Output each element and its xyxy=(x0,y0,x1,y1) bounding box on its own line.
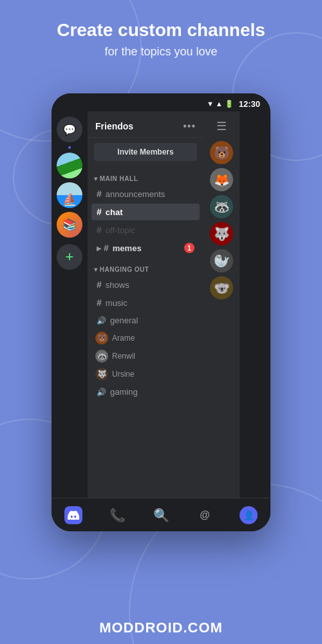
channel-name-off-topic: off-topic xyxy=(106,225,194,235)
memes-notification-badge: 1 xyxy=(184,243,194,253)
plus-icon: + xyxy=(66,249,74,265)
category-main-hall: ▾ MAIN HALL xyxy=(88,166,204,185)
category-hanging-out: ▾ HANGING OUT xyxy=(88,257,204,276)
hash-icon-shows: # xyxy=(97,279,102,290)
voice-member-arame[interactable]: 🐻 Arame xyxy=(91,330,200,346)
add-server-button[interactable]: + xyxy=(57,244,82,270)
channel-off-topic[interactable]: # off-topic xyxy=(91,222,200,238)
nav-home-button[interactable] xyxy=(59,501,88,529)
header-title: Create custom channels xyxy=(13,19,309,41)
channel-chat[interactable]: # chat xyxy=(91,204,200,220)
member-avatar-4[interactable]: 🐺 xyxy=(210,222,233,245)
member-avatar-2[interactable]: 🦊 xyxy=(210,168,233,191)
bottom-nav: 📞 🔍 @ 👤 xyxy=(52,498,270,531)
speaker-icon-gaming: 🔊 xyxy=(97,388,106,397)
channel-name-chat: chat xyxy=(106,207,194,217)
hash-icon-announcements: # xyxy=(97,189,102,199)
invite-members-button[interactable]: Invite Members xyxy=(94,143,197,161)
header-section: Create custom channels for the topics yo… xyxy=(0,0,322,71)
channel-name-memes: memes xyxy=(113,243,184,253)
channel-name-music: music xyxy=(106,298,194,308)
channel-name-announcements: announcements xyxy=(106,189,194,199)
dm-icon[interactable]: 💬 xyxy=(57,117,82,142)
channel-music[interactable]: # music xyxy=(91,294,200,311)
voice-member-renwil[interactable]: 🦝 Renwil xyxy=(91,348,200,365)
channel-arrow-memes: ▶ xyxy=(97,245,102,252)
channel-name-general: general xyxy=(110,316,194,325)
voice-member-ursine[interactable]: 🐺 Ursine xyxy=(91,366,200,383)
speaker-icon-general: 🔊 xyxy=(97,316,106,325)
mention-icon: @ xyxy=(200,509,210,521)
footer-brand: MODDROID.COM xyxy=(0,620,322,636)
hash-icon-memes: # xyxy=(104,243,109,253)
hamburger-icon[interactable]: ☰ xyxy=(216,119,227,133)
search-icon: 🔍 xyxy=(153,507,169,523)
active-indicator xyxy=(68,146,71,149)
avatar-ursine: 🐺 xyxy=(95,368,108,381)
chat-bubble-icon: 💬 xyxy=(63,124,76,136)
channel-memes[interactable]: ▶ # memes 1 xyxy=(91,240,200,256)
member-name-arame: Arame xyxy=(112,334,135,343)
avatar-renwil: 🦝 xyxy=(95,350,108,363)
channel-name-shows: shows xyxy=(106,280,194,290)
channel-name-gaming: gaming xyxy=(110,387,194,397)
wifi-icon: ▼ xyxy=(207,100,214,108)
books-emoji: 📚 xyxy=(62,218,77,232)
status-icons: ▼ ▲ 🔋 xyxy=(207,100,234,108)
server-more-button[interactable]: ••• xyxy=(183,120,196,132)
header-subtitle: for the topics you love xyxy=(13,45,309,59)
app-area: 💬 ⛵ 📚 + xyxy=(52,111,270,498)
server-sidebar: 💬 ⛵ 📚 + xyxy=(52,111,88,498)
channel-gaming-voice[interactable]: 🔊 gaming xyxy=(91,384,200,400)
member-panel: ☰ 🐻 🦊 🦝 🐺 🦭 🐨 xyxy=(204,111,240,498)
channel-announcements[interactable]: # announcements xyxy=(91,185,200,202)
hash-icon-chat: # xyxy=(97,207,102,217)
phone-container: ▼ ▲ 🔋 12:30 💬 ⛵ xyxy=(52,93,270,531)
channel-general-voice[interactable]: 🔊 general xyxy=(91,312,200,328)
category-arrow-hangout: ▾ xyxy=(94,266,100,273)
boat-emoji: ⛵ xyxy=(62,193,77,207)
phone-frame: ▼ ▲ 🔋 12:30 💬 ⛵ xyxy=(52,93,270,531)
category-arrow-main: ▾ xyxy=(94,175,100,182)
avatar-arame: 🐻 xyxy=(95,332,108,345)
nav-calls-button[interactable]: 📞 xyxy=(103,501,131,529)
member-name-renwil: Renwil xyxy=(112,352,135,361)
nav-mentions-button[interactable]: @ xyxy=(191,501,219,529)
hash-icon-off-topic: # xyxy=(97,225,102,235)
hash-icon-music: # xyxy=(97,298,102,308)
member-avatar-5[interactable]: 🦭 xyxy=(210,249,233,272)
status-time: 12:30 xyxy=(239,99,260,109)
server-icon-books[interactable]: 📚 xyxy=(57,212,82,238)
phone-icon: 📞 xyxy=(109,507,126,523)
discord-icon xyxy=(64,506,82,524)
signal-icon: ▲ xyxy=(216,100,223,108)
server-name: Friendos xyxy=(95,121,133,131)
battery-icon: 🔋 xyxy=(225,100,234,108)
member-name-ursine: Ursine xyxy=(112,370,135,379)
nav-search-button[interactable]: 🔍 xyxy=(147,501,175,529)
channel-list: Friendos ••• Invite Members ▾ MAIN HALL … xyxy=(88,111,204,498)
server-icon-boat[interactable]: ⛵ xyxy=(57,182,82,208)
member-avatar-6[interactable]: 🐨 xyxy=(210,276,233,299)
member-avatar-1[interactable]: 🐻 xyxy=(210,141,233,164)
channel-header: Friendos ••• xyxy=(88,111,204,138)
server-icon-landscape[interactable] xyxy=(57,153,82,178)
nav-profile-button[interactable]: 👤 xyxy=(234,501,263,529)
profile-icon: 👤 xyxy=(240,506,258,524)
status-bar: ▼ ▲ 🔋 12:30 xyxy=(52,93,270,111)
member-avatar-3[interactable]: 🦝 xyxy=(210,195,233,218)
channel-shows[interactable]: # shows xyxy=(91,276,200,293)
